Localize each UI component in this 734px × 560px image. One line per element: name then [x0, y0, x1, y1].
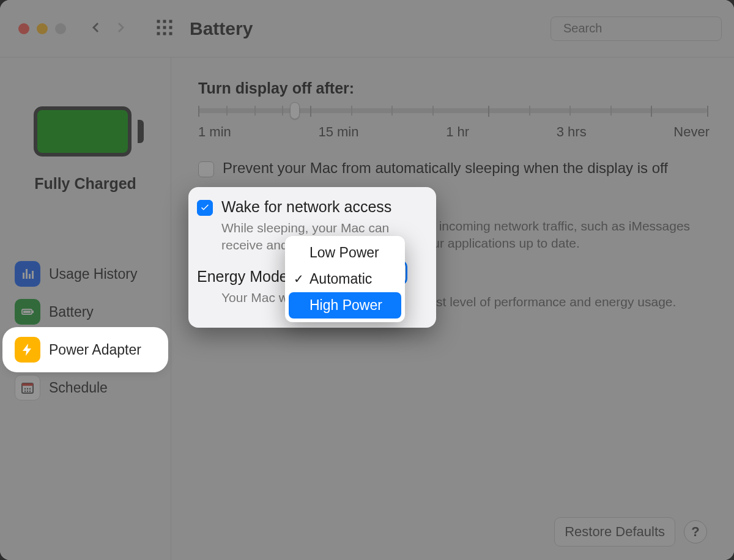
show-all-icon[interactable]: [155, 18, 174, 39]
help-button[interactable]: ?: [684, 520, 707, 543]
svg-point-14: [24, 388, 26, 389]
menu-item-label: Low Power: [310, 245, 379, 260]
tick-label: 3 hrs: [557, 124, 587, 140]
svg-rect-10: [32, 311, 34, 313]
prevent-sleep-label: Prevent your Mac from automatically slee…: [223, 160, 668, 177]
forward-button[interactable]: [113, 18, 130, 39]
search-input[interactable]: [562, 21, 719, 36]
bottom-actions: Restore Defaults ?: [554, 517, 707, 547]
slider-thumb[interactable]: [290, 102, 300, 119]
search-field[interactable]: [550, 17, 722, 41]
battery-icon: [34, 106, 138, 157]
wake-network-checkbox-callout[interactable]: [197, 200, 213, 216]
svg-rect-7: [163, 32, 166, 35]
svg-rect-0: [157, 20, 160, 23]
svg-rect-8: [169, 32, 172, 35]
battery-status-label: Fully Charged: [7, 175, 163, 193]
bolt-icon: [15, 337, 40, 363]
svg-rect-5: [169, 26, 172, 29]
close-window-button[interactable]: [18, 23, 29, 34]
zoom-window-button[interactable]: [55, 23, 66, 34]
back-button[interactable]: [87, 18, 104, 39]
sidebar-item-label: Power Adapter: [49, 342, 141, 358]
sidebar: Fully Charged Usage History Battery: [0, 57, 171, 560]
usage-history-icon: [15, 261, 40, 287]
sidebar-item-usage-history[interactable]: Usage History: [7, 256, 163, 292]
svg-rect-4: [163, 26, 166, 29]
svg-point-16: [29, 388, 31, 389]
window-controls: [18, 23, 66, 34]
toolbar: Battery: [0, 0, 734, 57]
svg-rect-3: [157, 26, 160, 29]
tick-label: 15 min: [318, 124, 358, 140]
restore-defaults-button[interactable]: Restore Defaults: [554, 517, 675, 547]
svg-point-17: [24, 391, 26, 392]
svg-point-19: [29, 391, 31, 392]
svg-rect-11: [23, 311, 31, 313]
preferences-window: Battery Fully Charged Usage History: [0, 0, 734, 560]
sidebar-item-battery[interactable]: Battery: [7, 294, 163, 330]
callout-energy-label: Energy Mode:: [197, 268, 292, 286]
display-off-title: Turn display off after:: [198, 79, 707, 97]
chevron-left-icon: [88, 20, 103, 35]
menu-item-label: High Power: [310, 297, 382, 313]
slider-track[interactable]: [198, 108, 707, 113]
svg-rect-13: [22, 383, 33, 386]
svg-rect-1: [163, 20, 166, 23]
svg-point-15: [27, 388, 28, 389]
menu-item-low-power[interactable]: Low Power: [289, 240, 401, 266]
page-title: Battery: [190, 18, 253, 39]
prevent-sleep-row: Prevent your Mac from automatically slee…: [198, 160, 707, 177]
menu-item-high-power[interactable]: High Power: [289, 292, 401, 319]
sidebar-item-schedule[interactable]: Schedule: [7, 370, 163, 405]
energy-mode-menu[interactable]: Low Power ✓ Automatic High Power: [285, 236, 405, 322]
checkmark-icon: [199, 202, 210, 213]
svg-point-18: [27, 391, 28, 392]
battery-small-icon: [15, 299, 40, 325]
prevent-sleep-checkbox[interactable]: [198, 161, 214, 177]
tick-label: 1 min: [198, 124, 231, 140]
menu-item-automatic[interactable]: ✓ Automatic: [289, 266, 401, 292]
callout-wake-label: Wake for network access: [221, 198, 391, 216]
svg-rect-6: [157, 32, 160, 35]
minimize-window-button[interactable]: [37, 23, 48, 34]
display-off-slider[interactable]: 1 min 15 min 1 hr 3 hrs Never: [198, 108, 707, 140]
chevron-right-icon: [114, 20, 128, 35]
menu-item-label: Automatic: [310, 271, 372, 287]
tick-label: Never: [673, 124, 710, 140]
sidebar-item-label: Battery: [49, 304, 94, 320]
sidebar-item-power-adapter[interactable]: Power Adapter: [7, 332, 163, 367]
calendar-icon: [15, 375, 40, 400]
sidebar-item-label: Schedule: [49, 380, 108, 396]
svg-rect-2: [169, 20, 172, 23]
slider-tick-labels: 1 min 15 min 1 hr 3 hrs Never: [198, 124, 707, 140]
sidebar-item-label: Usage History: [49, 266, 137, 282]
checkmark-icon: ✓: [294, 271, 304, 286]
tick-label: 1 hr: [446, 124, 469, 140]
sidebar-list: Usage History Battery Power Adapter: [7, 256, 163, 405]
